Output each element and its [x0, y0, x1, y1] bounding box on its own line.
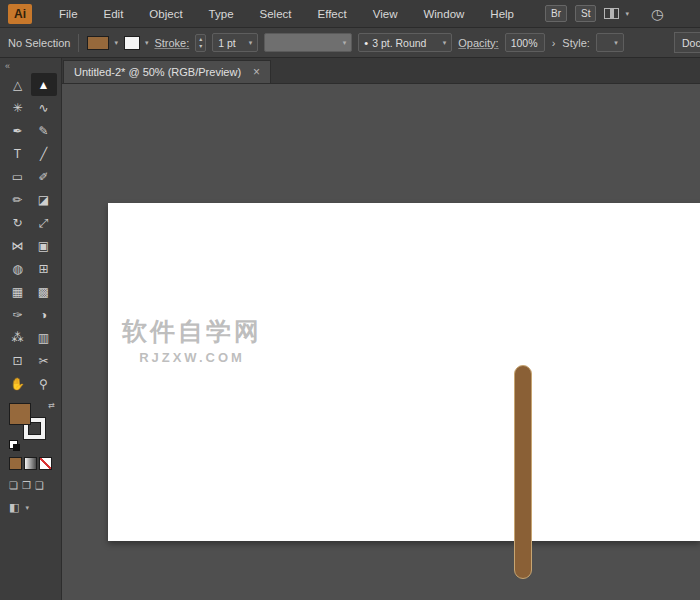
pencil-tool[interactable]: ✏	[5, 188, 31, 211]
menu-bar: Ai FileEditObjectTypeSelectEffectViewWin…	[0, 0, 700, 28]
fill-color-dropdown[interactable]: ▾	[87, 36, 118, 50]
screen-mode-button[interactable]: ◧ ▾	[9, 501, 61, 514]
line-segment-tool[interactable]: ╱	[31, 142, 57, 165]
document-tab-bar: Untitled-2* @ 50% (RGB/Preview) ×	[62, 58, 700, 84]
shape-builder-tool[interactable]: ◍	[5, 257, 31, 280]
eyedropper-tool[interactable]: ✑	[5, 303, 31, 326]
stroke-weight-dropdown[interactable]: 1 pt ▾	[212, 33, 258, 52]
app-logo-icon[interactable]: Ai	[8, 4, 32, 24]
menu-view[interactable]: View	[360, 0, 411, 28]
control-bar: No Selection ▾ ▾ Stroke: ▴ ▾ 1 pt ▾ ▾ • …	[0, 28, 700, 58]
default-fill-stroke-icon[interactable]	[9, 440, 18, 449]
chevron-down-icon: ▾	[25, 504, 29, 512]
rotate-tool[interactable]: ↻	[5, 211, 31, 234]
bridge-button[interactable]: Br	[545, 5, 567, 22]
screen-mode-icon: ◧	[9, 501, 19, 514]
workspace-switcher[interactable]: ▾	[604, 8, 629, 19]
chevron-down-icon: ▾	[145, 39, 149, 47]
gpu-performance-icon[interactable]: ◷	[651, 6, 663, 22]
brush-preview-icon: •	[364, 37, 368, 49]
document-tab[interactable]: Untitled-2* @ 50% (RGB/Preview) ×	[63, 60, 271, 83]
selection-status: No Selection	[8, 37, 70, 49]
variable-width-profile-dropdown[interactable]: ▾	[264, 33, 352, 52]
menu-select[interactable]: Select	[247, 0, 305, 28]
menu-type[interactable]: Type	[196, 0, 247, 28]
artboard: 软件自学网 RJZXW.COM	[108, 203, 700, 541]
stroke-swatch	[124, 36, 140, 50]
draw-behind-icon[interactable]: ❐	[22, 480, 31, 491]
perspective-grid-tool[interactable]: ⊞	[31, 257, 57, 280]
watermark: 软件自学网 RJZXW.COM	[112, 315, 272, 365]
opacity-field[interactable]: 100%	[505, 33, 545, 52]
drawn-stick-shape[interactable]	[514, 365, 532, 579]
menu-object[interactable]: Object	[136, 0, 195, 28]
separator	[78, 34, 79, 52]
stroke-label[interactable]: Stroke:	[154, 37, 189, 49]
workspace-icon	[604, 8, 619, 19]
direct-selection-tool[interactable]: ▲	[31, 73, 57, 96]
draw-normal-icon[interactable]: ❏	[9, 480, 18, 491]
rectangle-tool[interactable]: ▭	[5, 165, 31, 188]
watermark-text-url: RJZXW.COM	[112, 350, 272, 365]
color-mode-button[interactable]	[9, 457, 22, 470]
width-tool[interactable]: ⋈	[5, 234, 31, 257]
symbol-sprayer-tool[interactable]: ⁂	[5, 326, 31, 349]
draw-inside-icon[interactable]: ❑	[35, 480, 44, 491]
column-graph-tool[interactable]: ▥	[31, 326, 57, 349]
menu-file[interactable]: File	[46, 0, 91, 28]
fill-color-box[interactable]	[9, 403, 31, 425]
paintbrush-tool[interactable]: ✐	[31, 165, 57, 188]
swap-fill-stroke-icon[interactable]: ⇄	[48, 401, 55, 410]
stroke-color-dropdown[interactable]: ▾	[124, 36, 149, 50]
pen-tool[interactable]: ✒	[5, 119, 31, 142]
chevron-down-icon: ▾	[610, 39, 618, 47]
tab-title: Untitled-2* @ 50% (RGB/Preview)	[74, 66, 241, 78]
selection-tool[interactable]: △	[5, 73, 31, 96]
lasso-tool[interactable]: ∿	[31, 96, 57, 119]
tools-panel: « △▲✳∿✒✎T╱▭✐✏◪↻⤢⋈▣◍⊞▦▩✑◑⁂▥⊡✂✋⚲ ⇄ ❏ ❐ ❑ ◧…	[0, 58, 62, 600]
opacity-value: 100%	[511, 37, 538, 49]
eraser-tool[interactable]: ◪	[31, 188, 57, 211]
brush-name: 3 pt. Round	[372, 37, 426, 49]
document-setup-button[interactable]: Doc	[674, 32, 700, 53]
free-transform-tool[interactable]: ▣	[31, 234, 57, 257]
menu-window[interactable]: Window	[410, 0, 477, 28]
scale-tool[interactable]: ⤢	[31, 211, 57, 234]
stepper-up-icon[interactable]: ▴	[199, 36, 202, 43]
tools-panel-header: «	[0, 58, 61, 73]
hand-tool[interactable]: ✋	[5, 372, 31, 395]
canvas-area[interactable]: 软件自学网 RJZXW.COM	[62, 84, 700, 600]
opacity-label[interactable]: Opacity:	[458, 37, 498, 49]
blend-tool[interactable]: ◑	[31, 303, 57, 326]
menu-items: FileEditObjectTypeSelectEffectViewWindow…	[46, 0, 527, 28]
gradient-tool[interactable]: ▩	[31, 280, 57, 303]
chevron-down-icon: ▾	[439, 39, 447, 47]
color-mode-row	[9, 457, 61, 470]
stepper-down-icon[interactable]: ▾	[199, 43, 202, 50]
watermark-text-cn: 软件自学网	[112, 315, 272, 348]
collapse-panel-button[interactable]: «	[5, 61, 10, 71]
type-tool[interactable]: T	[5, 142, 31, 165]
stock-button[interactable]: St	[575, 5, 596, 22]
style-dropdown[interactable]: ▾	[596, 33, 624, 52]
chevron-down-icon: ▾	[339, 39, 347, 47]
zoom-tool[interactable]: ⚲	[31, 372, 57, 395]
curvature-tool[interactable]: ✎	[31, 119, 57, 142]
mesh-tool[interactable]: ▦	[5, 280, 31, 303]
close-tab-icon[interactable]: ×	[253, 65, 260, 79]
artboard-tool[interactable]: ⊡	[5, 349, 31, 372]
menu-bar-right: Br St ▾ ◷	[545, 5, 663, 22]
opacity-options-button[interactable]: ›	[551, 37, 557, 49]
stroke-weight-stepper[interactable]: ▴ ▾	[195, 34, 206, 52]
style-label: Style:	[562, 37, 590, 49]
chevron-down-icon: ▾	[625, 10, 629, 18]
menu-edit[interactable]: Edit	[91, 0, 137, 28]
gradient-mode-button[interactable]	[24, 457, 37, 470]
menu-help[interactable]: Help	[477, 0, 527, 28]
menu-effect[interactable]: Effect	[305, 0, 360, 28]
chevron-down-icon: ▾	[245, 39, 253, 47]
none-mode-button[interactable]	[39, 457, 52, 470]
magic-wand-tool[interactable]: ✳	[5, 96, 31, 119]
slice-tool[interactable]: ✂	[31, 349, 57, 372]
brush-definition-dropdown[interactable]: • 3 pt. Round ▾	[358, 33, 452, 52]
